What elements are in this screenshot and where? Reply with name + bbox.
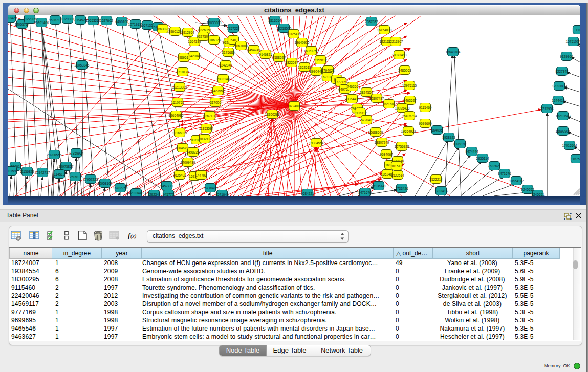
svg-text:111: 111 [576, 28, 580, 32]
svg-text:8960124: 8960124 [168, 30, 182, 33]
svg-text:945777: 945777 [163, 193, 174, 196]
svg-text:12213967: 12213967 [388, 40, 403, 43]
svg-text:19654923: 19654923 [401, 129, 416, 133]
svg-text:15716485: 15716485 [203, 186, 218, 190]
svg-text:18300295: 18300295 [265, 113, 280, 116]
svg-text:7588520: 7588520 [272, 56, 286, 59]
svg-text:15692901: 15692901 [556, 129, 571, 133]
svg-text:12093832: 12093832 [552, 84, 567, 88]
svg-text:19166825: 19166825 [172, 131, 187, 135]
svg-text:9327506: 9327506 [197, 35, 210, 38]
svg-text:16648784: 16648784 [446, 50, 461, 54]
svg-text:164095: 164095 [431, 128, 443, 132]
svg-text:17957223: 17957223 [83, 178, 98, 181]
svg-text:10025438: 10025438 [395, 106, 410, 110]
svg-text:7663822: 7663822 [156, 27, 169, 31]
svg-text:9146821: 9146821 [259, 53, 272, 56]
svg-text:14099489: 14099489 [181, 161, 195, 164]
svg-text:16210643: 16210643 [556, 114, 571, 118]
svg-text:7357224: 7357224 [227, 27, 240, 30]
svg-text:8267130: 8267130 [203, 114, 216, 118]
svg-text:1244415: 1244415 [552, 99, 565, 102]
svg-text:144793: 144793 [195, 173, 207, 177]
svg-text:18640910: 18640910 [295, 41, 310, 45]
svg-text:1610755: 1610755 [171, 101, 184, 104]
svg-text:2522514: 2522514 [391, 173, 404, 177]
svg-text:98961: 98961 [179, 56, 188, 59]
svg-text:317006: 317006 [210, 101, 221, 104]
svg-text:10807487: 10807487 [369, 97, 384, 100]
svg-text:1733426: 1733426 [8, 16, 17, 20]
svg-text:546: 546 [231, 38, 236, 42]
svg-text:16961758: 16961758 [304, 49, 319, 53]
svg-text:39975857: 39975857 [59, 165, 74, 168]
svg-text:9699695: 9699695 [419, 122, 432, 125]
svg-text:19384554: 19384554 [309, 141, 324, 145]
svg-text:9245652: 9245652 [521, 188, 534, 191]
svg-text:7986312: 7986312 [354, 111, 367, 115]
svg-text:12942737: 12942737 [35, 171, 50, 174]
svg-text:19218506: 19218506 [277, 27, 292, 30]
svg-text:18724007: 18724007 [287, 104, 302, 108]
svg-text:9463627: 9463627 [403, 99, 417, 102]
svg-text:116753: 116753 [571, 157, 580, 161]
svg-text:15751074: 15751074 [566, 40, 580, 43]
svg-text:9684067: 9684067 [380, 152, 393, 156]
svg-text:8912954: 8912954 [181, 31, 194, 34]
svg-text:8471676: 8471676 [358, 191, 372, 194]
svg-text:3824554: 3824554 [360, 91, 373, 94]
svg-text:1571648: 1571648 [215, 193, 229, 196]
svg-text:18807249: 18807249 [375, 141, 389, 144]
svg-text:783212: 783212 [199, 137, 210, 141]
svg-text:2867608: 2867608 [234, 44, 248, 48]
svg-text:12213389: 12213389 [172, 85, 187, 89]
svg-text:7485063: 7485063 [398, 69, 411, 72]
svg-text:10973493: 10973493 [392, 53, 407, 57]
svg-text:1292344: 1292344 [147, 193, 161, 196]
svg-text:8990448: 8990448 [310, 70, 323, 73]
svg-text:746266: 746266 [347, 85, 358, 89]
svg-text:17359924: 17359924 [69, 151, 84, 155]
svg-text:15720407: 15720407 [359, 118, 374, 122]
svg-text:1527602: 1527602 [100, 19, 113, 23]
svg-text:3522214: 3522214 [429, 178, 443, 181]
svg-text:12923448: 12923448 [129, 191, 144, 195]
svg-text:9457771: 9457771 [160, 184, 173, 188]
svg-text:20206556: 20206556 [47, 153, 62, 157]
svg-text:6794028: 6794028 [321, 69, 335, 72]
svg-text:2122905: 2122905 [23, 17, 36, 21]
svg-text:8938923: 8938923 [442, 136, 455, 139]
svg-text:10756928: 10756928 [395, 145, 409, 148]
svg-text:1733426: 1733426 [395, 187, 408, 190]
svg-text:1733416: 1733416 [434, 189, 448, 193]
svg-text:9329966: 9329966 [560, 55, 573, 58]
svg-text:10654112: 10654112 [509, 179, 524, 183]
svg-text:19654985: 19654985 [169, 114, 184, 117]
svg-text:9227342: 9227342 [555, 70, 569, 73]
svg-text:11156829: 11156829 [20, 170, 34, 173]
svg-text:9474444: 9474444 [465, 150, 478, 154]
svg-text:16154838: 16154838 [377, 28, 392, 32]
svg-text:11353594: 11353594 [199, 127, 214, 130]
svg-text:15136141: 15136141 [372, 184, 386, 188]
svg-text:114519: 114519 [54, 172, 65, 176]
svg-text:12975115: 12975115 [402, 84, 417, 87]
svg-text:6379197: 6379197 [453, 142, 467, 146]
svg-text:3175685: 3175685 [222, 51, 235, 54]
svg-text:9777169: 9777169 [334, 80, 347, 84]
svg-text:2935114: 2935114 [476, 157, 489, 160]
svg-text:2087682: 2087682 [365, 20, 378, 24]
svg-text:2718176: 2718176 [176, 70, 189, 74]
svg-text:1498223: 1498223 [186, 150, 200, 154]
svg-text:8427552: 8427552 [211, 89, 225, 93]
svg-text:8822037: 8822037 [285, 61, 298, 64]
svg-text:6466160: 6466160 [115, 20, 128, 24]
svg-text:7955812: 7955812 [314, 58, 327, 62]
svg-text:20364436: 20364436 [345, 97, 360, 101]
svg-text:8471676: 8471676 [498, 172, 511, 176]
svg-text:9242848: 9242848 [219, 63, 232, 67]
svg-text:7964526: 7964526 [74, 18, 87, 22]
svg-text:161513: 161513 [391, 164, 402, 168]
svg-text:20691406: 20691406 [34, 21, 49, 25]
svg-text:16033809: 16033809 [207, 21, 222, 25]
